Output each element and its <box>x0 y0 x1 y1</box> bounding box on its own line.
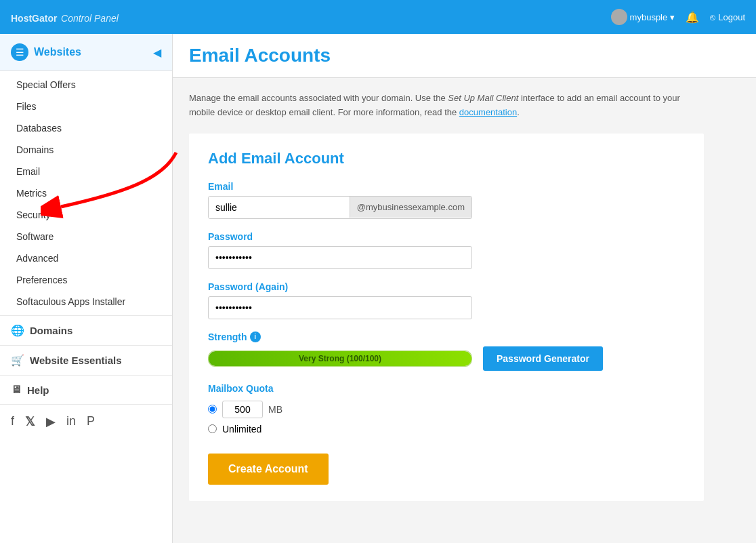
password-input[interactable] <box>208 246 472 269</box>
username: mybusple <box>630 12 668 22</box>
quota-mb-unit: MB <box>268 404 282 415</box>
cart-icon: 🛒 <box>11 354 24 367</box>
sidebar-item-domains[interactable]: Domains <box>0 139 172 161</box>
globe-icon: 🌐 <box>11 324 24 337</box>
websites-icon: ☰ <box>11 43 28 61</box>
sidebar-item-email[interactable]: Email <box>0 161 172 182</box>
email-input-row: @mybusinessexample.com <box>208 196 472 219</box>
strength-bar-outer: Very Strong (100/100) <box>208 350 472 367</box>
strength-bar-container: Very Strong (100/100) <box>208 350 472 367</box>
password-group: Password <box>208 231 685 269</box>
sidebar-domains-label: Domains <box>30 325 72 336</box>
info-text: Manage the email accounts associated wit… <box>189 92 704 120</box>
sidebar-item-advanced[interactable]: Advanced <box>0 247 172 269</box>
password-label: Password <box>208 231 685 242</box>
quota-mb-row: MB <box>222 401 282 418</box>
pinterest-icon[interactable]: P <box>87 414 95 429</box>
sidebar-item-security[interactable]: Security <box>0 204 172 226</box>
sidebar-item-softaculous[interactable]: Softaculous Apps Installer <box>0 291 172 313</box>
screen-icon: 🖥 <box>11 384 22 396</box>
quota-mb-option: MB <box>208 401 685 418</box>
logout-button[interactable]: ⎋ Logout <box>710 12 745 22</box>
social-bar: f 𝕏 ▶ in P <box>0 404 172 439</box>
documentation-link[interactable]: documentation <box>459 107 517 117</box>
header: HostGator Control Panel mybusple ▾ 🔔 ⎋ L… <box>0 0 756 34</box>
sidebar-item-files[interactable]: Files <box>0 96 172 117</box>
email-group: Email @mybusinessexample.com <box>208 181 685 219</box>
collapse-arrow-icon: ◀ <box>153 46 161 59</box>
sidebar-items: Special Offers Files Databases Domains E… <box>0 71 172 315</box>
sidebar-item-databases[interactable]: Databases <box>0 117 172 139</box>
quota-mb-radio[interactable] <box>208 405 217 414</box>
sidebar-item-preferences[interactable]: Preferences <box>0 269 172 291</box>
header-left: HostGator Control Panel <box>11 9 119 25</box>
strength-group: Strength i Very Strong (100/100) <box>208 331 685 371</box>
mailbox-quota-label: Mailbox Quota <box>208 383 685 394</box>
logo: HostGator Control Panel <box>11 9 119 25</box>
password-again-input[interactable] <box>208 296 472 319</box>
strength-info-icon[interactable]: i <box>250 331 261 342</box>
password-again-group: Password (Again) <box>208 281 685 319</box>
strength-bar-inner: Very Strong (100/100) <box>209 351 471 366</box>
email-domain: @mybusinessexample.com <box>350 197 471 218</box>
twitter-icon[interactable]: 𝕏 <box>25 414 35 429</box>
sidebar-websites-title: Websites <box>34 46 81 58</box>
strength-label: Strength <box>208 331 247 342</box>
password-again-label: Password (Again) <box>208 281 685 292</box>
main-content: Email Accounts Manage the email accounts… <box>173 34 756 543</box>
sidebar-help-group[interactable]: 🖥 Help <box>0 375 172 404</box>
email-input[interactable] <box>209 197 350 218</box>
linkedin-icon[interactable]: in <box>66 414 76 429</box>
quota-unlimited-option: Unlimited <box>208 424 685 435</box>
sidebar-website-essentials-label: Website Essentials <box>30 355 122 366</box>
sidebar-websites-header[interactable]: ☰ Websites ◀ <box>0 34 172 71</box>
mailbox-quota-group: Mailbox Quota MB Unlimited <box>208 383 685 435</box>
page-header: Email Accounts <box>173 34 756 78</box>
sidebar-item-metrics[interactable]: Metrics <box>0 182 172 204</box>
youtube-icon[interactable]: ▶ <box>46 414 56 429</box>
password-generator-button[interactable]: Password Generator <box>483 346 603 371</box>
create-account-button[interactable]: Create Account <box>208 454 329 485</box>
sidebar-domains-group[interactable]: 🌐 Domains <box>0 315 172 345</box>
sidebar-item-software[interactable]: Software <box>0 226 172 247</box>
logout-icon: ⎋ <box>710 12 715 22</box>
main-layout: ☰ Websites ◀ Special Offers Files Databa… <box>0 34 756 543</box>
sidebar: ☰ Websites ◀ Special Offers Files Databa… <box>0 34 173 543</box>
user-menu[interactable]: mybusple ▾ <box>611 9 675 25</box>
quota-unlimited-label: Unlimited <box>222 424 261 435</box>
form-section-title: Add Email Account <box>208 150 685 167</box>
quota-unlimited-radio[interactable] <box>208 424 217 433</box>
content-area: Manage the email accounts associated wit… <box>173 78 756 515</box>
facebook-icon[interactable]: f <box>11 414 14 429</box>
page-title: Email Accounts <box>189 45 331 66</box>
header-right: mybusple ▾ 🔔 ⎋ Logout <box>611 9 745 25</box>
bell-icon[interactable]: 🔔 <box>686 11 699 24</box>
avatar <box>611 9 627 25</box>
sidebar-item-special-offers[interactable]: Special Offers <box>0 74 172 96</box>
chevron-down-icon: ▾ <box>670 12 675 22</box>
quota-mb-input[interactable] <box>222 401 263 418</box>
strength-label-row: Strength i <box>208 331 685 342</box>
sidebar-website-essentials-group[interactable]: 🛒 Website Essentials <box>0 345 172 375</box>
add-email-card: Add Email Account Email @mybusinessexamp… <box>189 134 704 501</box>
email-label: Email <box>208 181 685 192</box>
sidebar-help-label: Help <box>27 384 49 396</box>
